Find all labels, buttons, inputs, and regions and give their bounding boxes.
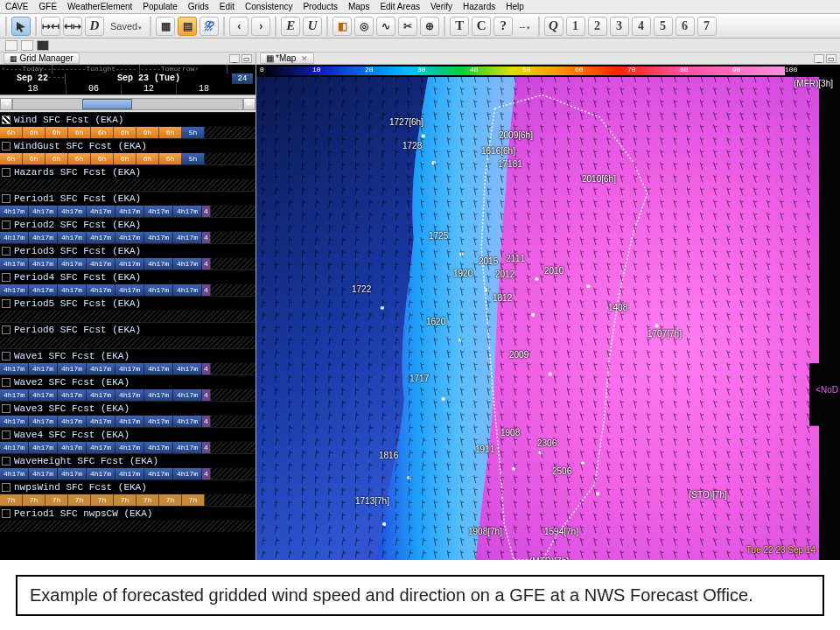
grid-item-10[interactable]: Wave2 SFC Fcst (EKA) [0, 375, 256, 388]
contract-h-button[interactable]: ↦↤ [41, 17, 60, 36]
pane-min-icon[interactable]: _ [229, 54, 240, 63]
grid-item-2[interactable]: Hazards SFC Fcst (EKA) [0, 165, 256, 178]
grid-item-1[interactable]: WindGust SFC Fcst (EKA) [0, 139, 256, 152]
grid-checkbox[interactable] [2, 273, 10, 282]
mini-btn-3[interactable] [37, 40, 49, 51]
e-button[interactable]: E [281, 17, 300, 36]
grid-bar-5[interactable]: 4h17m4h17m4h17m4h17m4h17m4h17m4h17m4 [0, 257, 256, 270]
prev-button[interactable]: ‹ [229, 17, 248, 36]
grid-checkbox[interactable] [2, 404, 10, 413]
menu-grids[interactable]: Grids [188, 2, 209, 11]
mini-btn-2[interactable] [21, 40, 33, 51]
menu-consistency[interactable]: Consistency [245, 2, 292, 11]
grid-item-12[interactable]: Wave4 SFC Fcst (EKA) [0, 428, 256, 441]
menu-editareas[interactable]: Edit Areas [380, 2, 420, 11]
grid-bar-4[interactable]: 4h17m4h17m4h17m4h17m4h17m4h17m4h17m4 [0, 231, 256, 243]
num2-button[interactable]: 2 [588, 17, 607, 36]
tab-map[interactable]: ▦ *Map ✕ [260, 52, 314, 64]
timeline-scrollbar[interactable]: ◂ ▸ [0, 94, 256, 112]
grid-bar-2[interactable] [0, 178, 256, 191]
grid-bar-1[interactable]: 6h6h6h6h6h6h6h6h5h [0, 152, 256, 164]
menu-weatherelement[interactable]: WeatherElement [67, 2, 132, 11]
menu-cave[interactable]: CAVE [5, 2, 29, 11]
scroll-left-icon[interactable]: ◂ [0, 98, 12, 110]
grid-checkbox[interactable] [2, 352, 10, 360]
grid-checkbox[interactable] [2, 220, 10, 229]
grid-checkbox[interactable] [2, 142, 10, 150]
num5-button[interactable]: 5 [654, 17, 673, 36]
dash-dropdown[interactable]: -- [515, 21, 533, 32]
next-button[interactable]: › [251, 17, 270, 36]
u-button[interactable]: U [303, 17, 322, 36]
q-button[interactable]: Q [544, 17, 564, 36]
map-pane-max-icon[interactable]: ▭ [826, 54, 836, 63]
d-button[interactable]: D [85, 17, 104, 36]
grid-item-13[interactable]: WaveHeight SFC Fcst (EKA) [0, 454, 256, 467]
grid-bar-11[interactable]: 4h17m4h17m4h17m4h17m4h17m4h17m4h17m4 [0, 415, 256, 427]
grid-list[interactable]: Wind SFC Fcst (EKA)6h6h6h6h6h6h6h6h5hWin… [0, 112, 256, 560]
num7-button[interactable]: 7 [697, 17, 717, 36]
grid-bar-9[interactable]: 4h17m4h17m4h17m4h17m4h17m4h17m4h17m4 [0, 362, 256, 374]
menu-verify[interactable]: Verify [430, 2, 452, 11]
menu-gfe[interactable]: GFE [39, 2, 58, 11]
mini-btn-1[interactable] [5, 40, 18, 51]
grid-item-3[interactable]: Period1 SFC Fcst (EKA) [0, 192, 256, 205]
menu-help[interactable]: Help [506, 2, 524, 11]
menu-products[interactable]: Products [303, 2, 337, 11]
path-button[interactable]: ∿ [376, 17, 396, 36]
grid-item-5[interactable]: Period3 SFC Fcst (EKA) [0, 244, 256, 257]
grid-checkbox[interactable] [2, 299, 10, 308]
scissors-button[interactable]: ✂ [398, 17, 417, 36]
grid-item-14[interactable]: nwpsWind SFC Fcst (EKA) [0, 480, 256, 494]
menu-hazards[interactable]: Hazards [463, 2, 495, 11]
expand-h-button[interactable]: ↤↦ [63, 17, 82, 36]
grid-item-4[interactable]: Period2 SFC Fcst (EKA) [0, 218, 256, 231]
grid-bar-6[interactable]: 4h17m4h17m4h17m4h17m4h17m4h17m4h17m4 [0, 284, 256, 296]
grid-item-15[interactable]: Period1 SFC nwpsCW (EKA) [0, 507, 256, 520]
arrow-tool-button[interactable] [11, 17, 31, 36]
grid-item-11[interactable]: Wave3 SFC Fcst (EKA) [0, 402, 256, 415]
storm-button[interactable]: ⛈ [200, 17, 219, 36]
scroll-track[interactable] [12, 98, 243, 110]
map-toggle-button[interactable]: ▦ [156, 17, 175, 36]
grid-bar-0[interactable]: 6h6h6h6h6h6h6h6h5h [0, 126, 256, 138]
num4-button[interactable]: 4 [632, 17, 651, 36]
grid-checkbox[interactable] [2, 509, 10, 518]
grid-bar-3[interactable]: 4h17m4h17m4h17m4h17m4h17m4h17m4h17m4 [0, 205, 256, 217]
grid-checkbox[interactable] [2, 194, 10, 203]
grid-bar-15[interactable] [0, 520, 256, 532]
num1-button[interactable]: 1 [566, 17, 585, 36]
num6-button[interactable]: 6 [676, 17, 695, 36]
grid-bar-12[interactable]: 4h17m4h17m4h17m4h17m4h17m4h17m4h17m4 [0, 441, 256, 453]
grid-checkbox[interactable] [2, 326, 10, 334]
grid-checkbox[interactable] [2, 116, 10, 124]
db-button[interactable]: ◧ [332, 17, 352, 36]
grid-bar-8[interactable] [0, 336, 256, 348]
target-button[interactable]: ⊕ [420, 17, 439, 36]
menu-edit[interactable]: Edit [220, 2, 234, 11]
grid-item-9[interactable]: Wave1 SFC Fcst (EKA) [0, 349, 256, 362]
scroll-right-icon[interactable]: ▸ [243, 98, 256, 110]
question-button[interactable]: ? [494, 17, 513, 36]
grid-item-7[interactable]: Period5 SFC Fcst (EKA) [0, 297, 256, 310]
grid-checkbox[interactable] [2, 378, 10, 387]
num3-button[interactable]: 3 [610, 17, 629, 36]
menu-populate[interactable]: Populate [143, 2, 177, 11]
pane-max-icon[interactable]: ▭ [242, 54, 252, 63]
layers-button[interactable]: ▤ [178, 17, 197, 36]
grid-checkbox[interactable] [2, 247, 10, 256]
grid-bar-7[interactable] [0, 310, 256, 322]
scroll-thumb[interactable] [82, 99, 133, 109]
grid-checkbox[interactable] [2, 483, 10, 492]
saved-dropdown[interactable]: Saved [107, 21, 145, 32]
tab-grid-manager[interactable]: Grid Manager [4, 52, 80, 64]
grid-checkbox[interactable] [2, 430, 10, 439]
t-button[interactable]: T [450, 17, 469, 36]
rings-button[interactable]: ◎ [354, 17, 374, 36]
map-pane-min-icon[interactable]: _ [814, 54, 824, 63]
grid-bar-10[interactable]: 4h17m4h17m4h17m4h17m4h17m4h17m4h17m4 [0, 388, 256, 401]
grid-checkbox[interactable] [2, 168, 10, 177]
grid-item-6[interactable]: Period4 SFC Fcst (EKA) [0, 270, 256, 284]
grid-bar-14[interactable]: 7h7h7h7h7h7h7h7h7h [0, 494, 256, 506]
grid-item-0[interactable]: Wind SFC Fcst (EKA) [0, 113, 256, 126]
